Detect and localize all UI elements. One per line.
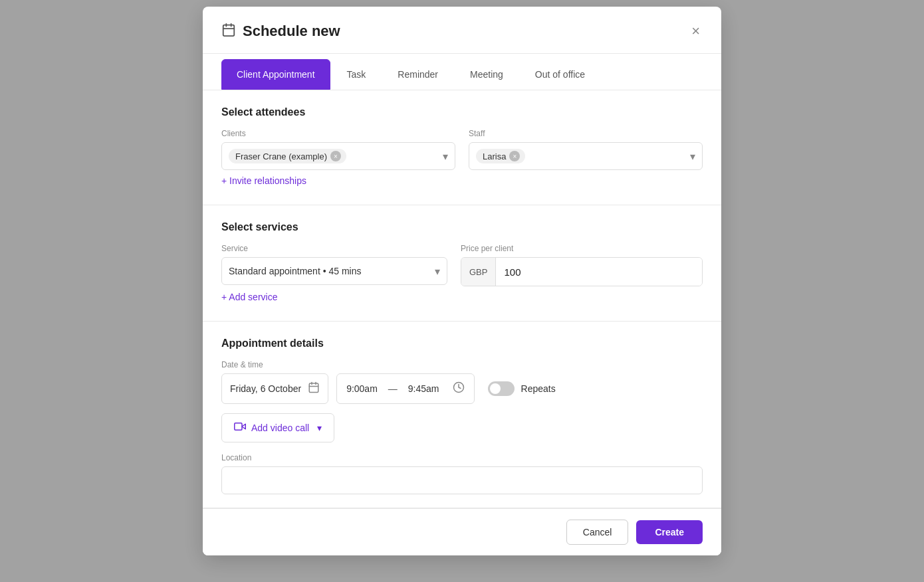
calendar-icon bbox=[221, 23, 236, 41]
price-input[interactable] bbox=[496, 258, 702, 286]
select-attendees-section: Select attendees Clients Fraser Crane (e… bbox=[203, 90, 721, 205]
service-dropdown-arrow: ▾ bbox=[435, 265, 440, 278]
price-field-group: Price per client GBP bbox=[461, 244, 703, 286]
currency-label: GBP bbox=[461, 258, 496, 286]
clients-select[interactable]: Fraser Crane (example) × ▾ bbox=[221, 142, 455, 170]
date-field[interactable]: Friday, 6 October bbox=[221, 373, 328, 404]
attendees-field-row: Clients Fraser Crane (example) × ▾ Staff bbox=[221, 129, 703, 170]
modal-header: Schedule new × bbox=[203, 7, 721, 54]
add-service-button[interactable]: + Add service bbox=[221, 286, 277, 308]
clock-icon bbox=[453, 381, 465, 396]
calendar-field-icon bbox=[308, 381, 320, 396]
svg-rect-10 bbox=[235, 423, 242, 431]
svg-marker-9 bbox=[242, 424, 245, 429]
staff-field-group: Staff Larisa × ▾ bbox=[469, 129, 703, 170]
client-chip-close[interactable]: × bbox=[330, 151, 341, 161]
price-label: Price per client bbox=[461, 244, 703, 253]
staff-label: Staff bbox=[469, 129, 703, 138]
create-button[interactable]: Create bbox=[636, 520, 703, 544]
staff-chip-label: Larisa bbox=[483, 151, 506, 161]
staff-chip-close[interactable]: × bbox=[509, 151, 520, 161]
staff-select[interactable]: Larisa × ▾ bbox=[469, 142, 703, 170]
location-input[interactable] bbox=[221, 466, 703, 494]
schedule-modal: Schedule new × Client Appointment Task R… bbox=[203, 7, 721, 555]
tabs-bar: Client Appointment Task Reminder Meeting… bbox=[203, 54, 721, 90]
tab-client-appointment[interactable]: Client Appointment bbox=[221, 59, 330, 90]
repeats-group: Repeats bbox=[488, 381, 556, 396]
video-call-dropdown-arrow: ▾ bbox=[317, 423, 322, 433]
clients-field-group: Clients Fraser Crane (example) × ▾ bbox=[221, 129, 455, 170]
modal-footer: Cancel Create bbox=[203, 508, 721, 555]
date-time-label: Date & time bbox=[221, 360, 703, 369]
clients-label: Clients bbox=[221, 129, 455, 138]
select-services-section: Select services Service Standard appoint… bbox=[203, 205, 721, 322]
video-call-label: Add video call bbox=[251, 423, 309, 433]
location-label: Location bbox=[221, 453, 703, 462]
toggle-slider bbox=[488, 381, 515, 396]
add-video-call-button[interactable]: Add video call ▾ bbox=[221, 413, 334, 442]
client-chip-label: Fraser Crane (example) bbox=[235, 151, 327, 161]
svg-rect-4 bbox=[309, 383, 318, 393]
appointment-details-section: Appointment details Date & time Friday, … bbox=[203, 322, 721, 508]
attendees-title: Select attendees bbox=[221, 106, 703, 118]
time-end: 9:45am bbox=[408, 383, 439, 394]
details-title: Appointment details bbox=[221, 338, 703, 349]
modal-overlay: Schedule new × Client Appointment Task R… bbox=[0, 0, 924, 582]
modal-title: Schedule new bbox=[243, 23, 689, 40]
tab-reminder[interactable]: Reminder bbox=[382, 59, 453, 90]
service-value: Standard appointment • 45 mins bbox=[229, 266, 435, 276]
tab-task[interactable]: Task bbox=[332, 59, 382, 90]
client-chip: Fraser Crane (example) × bbox=[229, 149, 346, 163]
price-field: GBP bbox=[461, 257, 703, 286]
service-select[interactable]: Standard appointment • 45 mins ▾ bbox=[221, 257, 447, 285]
staff-chip: Larisa × bbox=[476, 149, 525, 163]
video-icon bbox=[234, 421, 246, 435]
services-title: Select services bbox=[221, 221, 703, 233]
date-value: Friday, 6 October bbox=[230, 383, 301, 394]
modal-body: Select attendees Clients Fraser Crane (e… bbox=[203, 90, 721, 508]
invite-relationships-button[interactable]: + Invite relationships bbox=[221, 170, 306, 191]
clients-dropdown-arrow: ▾ bbox=[443, 150, 448, 163]
tab-out-of-office[interactable]: Out of office bbox=[520, 59, 600, 90]
time-start: 9:00am bbox=[346, 383, 378, 394]
service-label: Service bbox=[221, 244, 447, 253]
cancel-button[interactable]: Cancel bbox=[566, 520, 629, 545]
date-time-row: Friday, 6 October 9:00am bbox=[221, 373, 703, 404]
time-dash: — bbox=[388, 383, 398, 394]
close-button[interactable]: × bbox=[689, 20, 703, 43]
tab-meeting[interactable]: Meeting bbox=[455, 59, 519, 90]
repeats-label: Repeats bbox=[521, 383, 556, 394]
service-field-group: Service Standard appointment • 45 mins ▾ bbox=[221, 244, 447, 285]
services-field-row: Service Standard appointment • 45 mins ▾… bbox=[221, 244, 703, 286]
time-field[interactable]: 9:00am — 9:45am bbox=[336, 373, 474, 404]
staff-dropdown-arrow: ▾ bbox=[690, 150, 695, 163]
svg-rect-0 bbox=[223, 25, 235, 35]
repeats-toggle[interactable] bbox=[488, 381, 515, 396]
